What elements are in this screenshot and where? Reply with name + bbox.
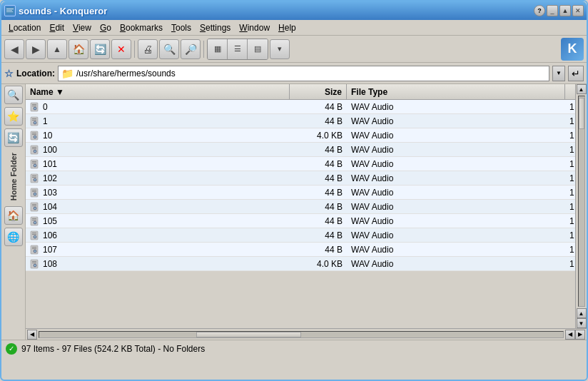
zoom-button[interactable]: 🔎: [181, 39, 201, 59]
hscroll-right-button-1[interactable]: ◀: [565, 330, 575, 340]
svg-rect-6: [32, 106, 36, 106]
sidebar-btn-3[interactable]: 🔄: [4, 128, 23, 147]
hscroll-left-button[interactable]: ◀: [27, 330, 37, 340]
file-size-cell: 44 B: [290, 244, 347, 255]
sidebar-btn-2[interactable]: ⭐: [4, 107, 23, 126]
table-row[interactable]: 144 BWAV Audio1: [26, 114, 575, 128]
file-type-cell: WAV Audio: [347, 158, 565, 170]
window-title: sounds - Konqueror: [19, 6, 107, 16]
file-type-cell: WAV Audio: [347, 130, 565, 141]
file-size-cell: 4.0 KB: [290, 130, 347, 141]
vscroll-track[interactable]: [578, 96, 585, 307]
view-mode-group: ▦ ☰ ▤: [207, 39, 268, 60]
stop-button[interactable]: ✕: [111, 39, 131, 59]
menu-help[interactable]: Help: [274, 21, 300, 34]
svg-rect-21: [32, 148, 36, 149]
menu-view[interactable]: View: [69, 21, 96, 34]
svg-rect-55: [32, 247, 36, 248]
home-button[interactable]: 🏠: [69, 39, 88, 59]
file-size-cell: 4.0 KB: [290, 258, 347, 270]
hscroll-track[interactable]: [39, 331, 564, 338]
table-row[interactable]: 104.0 KBWAV Audio1: [26, 128, 575, 143]
minimize-button[interactable]: _: [547, 5, 558, 16]
file-name-text: 105: [43, 216, 57, 226]
table-row[interactable]: 10744 BWAV Audio1: [26, 243, 575, 257]
file-type-cell: WAV Audio: [347, 230, 565, 241]
table-row[interactable]: 10244 BWAV Audio1: [26, 171, 575, 186]
table-row[interactable]: 10644 BWAV Audio1: [26, 228, 575, 243]
menu-location[interactable]: Location: [4, 21, 45, 34]
reload-button[interactable]: 🔄: [90, 39, 110, 59]
vscroll-down-button-1[interactable]: ▲: [577, 308, 587, 318]
sidebar-btn-4[interactable]: 🏠: [4, 206, 23, 225]
menu-go[interactable]: Go: [96, 21, 116, 34]
file-icon: [30, 244, 40, 254]
table-row[interactable]: 1084.0 KBWAV Audio1: [26, 257, 575, 271]
file-extra-cell: 1: [565, 230, 575, 241]
hscroll-thumb[interactable]: [196, 332, 301, 337]
status-bar: ✓ 97 Items - 97 Files (524.2 KB Total) -…: [1, 340, 587, 357]
svg-rect-45: [32, 218, 36, 219]
svg-rect-51: [32, 234, 36, 235]
vscroll-down-button-2[interactable]: ▼: [577, 318, 587, 328]
table-row[interactable]: 10544 BWAV Audio1: [26, 214, 575, 228]
file-icon: [30, 144, 40, 154]
sidebar-btn-5[interactable]: 🌐: [4, 228, 23, 246]
close-button[interactable]: ✕: [572, 5, 584, 16]
col-header-type[interactable]: File Type: [347, 84, 565, 99]
col-header-size[interactable]: Size: [290, 84, 347, 99]
table-row[interactable]: 044 BWAV Audio1: [26, 100, 575, 114]
title-bar: sounds - Konqueror ? _ ▲ ✕: [1, 1, 587, 20]
location-input-wrap[interactable]: 📁: [58, 66, 549, 81]
svg-rect-61: [32, 263, 36, 263]
file-name-cell: 100: [26, 143, 290, 155]
detail-view-button[interactable]: ▤: [248, 39, 268, 59]
file-icon: [30, 201, 40, 211]
col-header-name[interactable]: Name ▼: [26, 84, 290, 99]
back-button[interactable]: ◀: [4, 39, 24, 59]
file-name-text: 104: [43, 202, 57, 212]
svg-point-23: [34, 151, 36, 152]
table-row[interactable]: 10344 BWAV Audio1: [26, 186, 575, 200]
menu-bookmarks[interactable]: Bookmarks: [116, 21, 167, 34]
location-go[interactable]: ↵: [568, 66, 584, 81]
svg-rect-31: [32, 177, 36, 178]
table-row[interactable]: 10144 BWAV Audio1: [26, 157, 575, 171]
file-name-cell: 106: [26, 229, 290, 240]
menu-tools[interactable]: Tools: [167, 21, 196, 34]
file-size-cell: 44 B: [290, 101, 347, 113]
hscroll-right-button-2[interactable]: ▶: [575, 330, 585, 340]
file-name-text: 10: [43, 131, 52, 141]
location-input[interactable]: [76, 68, 546, 78]
sidebar-btn-1[interactable]: 🔍: [4, 86, 23, 104]
search-button[interactable]: 🔍: [159, 39, 179, 59]
icon-view-button[interactable]: ▦: [208, 39, 228, 59]
menu-window[interactable]: Window: [235, 21, 274, 34]
maximize-button[interactable]: ▲: [559, 5, 571, 16]
print-button[interactable]: 🖨: [138, 39, 158, 59]
up-button[interactable]: ▲: [47, 39, 67, 59]
file-icon: [30, 258, 40, 268]
forward-button[interactable]: ▶: [26, 39, 46, 59]
menu-edit[interactable]: Edit: [45, 21, 69, 34]
file-name-text: 108: [43, 259, 57, 269]
file-size-cell: 44 B: [290, 215, 347, 227]
list-view-button[interactable]: ☰: [228, 39, 248, 59]
help-button[interactable]: ?: [534, 5, 545, 16]
table-row[interactable]: 10444 BWAV Audio1: [26, 200, 575, 214]
svg-point-48: [34, 222, 36, 223]
location-dropdown[interactable]: ▼: [552, 66, 565, 81]
table-row[interactable]: 10044 BWAV Audio1: [26, 143, 575, 157]
file-icon: [30, 158, 40, 168]
file-name-cell: 10: [26, 129, 290, 141]
tree-button[interactable]: ▾: [270, 39, 290, 59]
vscroll-bar: ▲ ▲ ▼: [575, 84, 587, 328]
location-bookmark[interactable]: ☆: [4, 68, 14, 79]
file-extra-cell: 1: [565, 144, 575, 156]
vscroll-up-button[interactable]: ▲: [577, 84, 587, 94]
file-icon: [30, 130, 40, 140]
file-name-text: 100: [43, 145, 57, 155]
menu-settings[interactable]: Settings: [196, 21, 235, 34]
svg-rect-5: [32, 104, 36, 105]
vscroll-thumb[interactable]: [579, 98, 584, 129]
